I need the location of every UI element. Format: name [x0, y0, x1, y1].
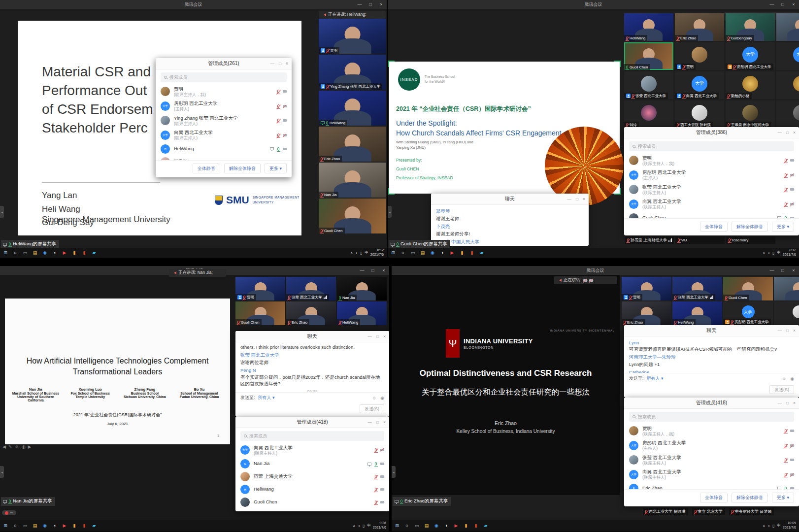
- meeting-app-icon[interactable]: ▰: [482, 522, 490, 530]
- video-tile[interactable]: Guoli Chen: [723, 277, 773, 300]
- maximize-icon[interactable]: □: [777, 0, 788, 9]
- video-tile[interactable]: [774, 277, 799, 300]
- camera-off-icon[interactable]: [380, 449, 384, 451]
- task-view-icon[interactable]: ▭: [21, 249, 29, 257]
- close-icon[interactable]: ×: [788, 266, 799, 275]
- recording-indicator[interactable]: ⋯: [2, 510, 16, 515]
- system-tray[interactable]: ∧ ◖ ▯ 中: [350, 250, 368, 255]
- minimize-icon[interactable]: —: [766, 0, 777, 9]
- video-tile[interactable]: 大学 房彤玥 西北工业大学: [723, 301, 773, 325]
- unmute-all-button[interactable]: 解除全体静音: [732, 493, 768, 502]
- notes-icon[interactable]: ▮: [462, 522, 470, 530]
- volume-icon[interactable]: ◖: [768, 251, 770, 255]
- browser-icon[interactable]: ◉: [433, 522, 440, 530]
- close-icon[interactable]: ×: [793, 328, 796, 333]
- search-icon[interactable]: ○: [403, 522, 411, 530]
- video-tile[interactable]: [776, 100, 799, 128]
- close-icon[interactable]: ×: [793, 130, 796, 135]
- minimize-icon[interactable]: —: [777, 328, 782, 333]
- browser-icon[interactable]: ◉: [41, 522, 49, 530]
- camera-icon[interactable]: [283, 119, 287, 122]
- member-row[interactable]: 大学 向翼 西北工业大学 (联席主持人): [624, 197, 799, 212]
- mic-on-icon[interactable]: [785, 487, 787, 489]
- close-icon[interactable]: ×: [378, 266, 389, 275]
- panel-titlebar[interactable]: 管理成员(418) — □ ×: [235, 417, 389, 428]
- member-row[interactable]: 贾明 (联席主持人，我): [624, 424, 799, 438]
- member-row[interactable]: 大学 房彤玥 西北工业大学 (主持人): [156, 99, 292, 114]
- camera-icon[interactable]: [790, 188, 794, 191]
- volume-icon[interactable]: ◖: [358, 524, 361, 528]
- mic-off-icon[interactable]: [785, 473, 787, 476]
- chat-messages[interactable]: Lynn 可否请贾老师再延展谈谈AI技术在CSR领域可能的一些研究问题和机会? …: [624, 336, 799, 373]
- file-explorer-icon[interactable]: ▤: [423, 522, 431, 530]
- media-player-icon[interactable]: ▶: [448, 249, 456, 257]
- mic-off-icon[interactable]: [785, 159, 787, 162]
- start-icon[interactable]: ⊞: [389, 249, 397, 257]
- display-icon[interactable]: ▯: [360, 251, 362, 255]
- ime-icon[interactable]: 中: [367, 523, 371, 528]
- more-button[interactable]: 更多 ▾: [772, 222, 794, 232]
- more-button[interactable]: 更多 ▾: [772, 493, 794, 502]
- video-tile[interactable]: 大学 向翼 西北工业大学: [675, 71, 724, 99]
- member-row[interactable]: 张莹 西北工业大学 (联席主持人): [624, 182, 799, 197]
- member-row[interactable]: 范蕾 上海交通大学: [235, 470, 389, 483]
- video-tile-label[interactable]: 孙雪里 上海财经大学: [625, 236, 674, 244]
- media-player-icon[interactable]: ▶: [452, 522, 460, 530]
- member-row[interactable]: 贾明 (联席主持人，我): [156, 84, 292, 99]
- member-row[interactable]: 顾世玲: [156, 155, 292, 160]
- camera-icon[interactable]: [790, 217, 794, 218]
- search-icon[interactable]: ○: [11, 249, 19, 257]
- maximize-icon[interactable]: □: [786, 130, 789, 135]
- annotation-toolbar[interactable]: ◀ ✎ ☺ ◎ ▶: [2, 444, 31, 449]
- mic-off-icon[interactable]: [785, 458, 787, 462]
- media-player-icon[interactable]: ▶: [61, 522, 68, 530]
- sidebar-handle[interactable]: ◂: [388, 206, 392, 218]
- system-tray[interactable]: ∧ ◖ ▯ 中: [763, 523, 781, 528]
- tray-expand-icon[interactable]: ∧: [763, 251, 766, 255]
- maximize-icon[interactable]: □: [367, 266, 378, 275]
- minimize-icon[interactable]: —: [777, 400, 782, 405]
- member-row[interactable]: 贾明 (联席主持人，我): [624, 153, 799, 168]
- video-tile-label[interactable]: 西北工业大学-解君琳: [643, 508, 688, 515]
- meeting-app-icon[interactable]: ▰: [478, 249, 486, 257]
- search-input[interactable]: [169, 75, 283, 80]
- unmute-all-button[interactable]: 解除全体静音: [732, 222, 768, 232]
- video-tile-label[interactable]: WJ: [675, 236, 725, 244]
- minimize-icon[interactable]: —: [567, 197, 571, 201]
- mic-off-icon[interactable]: [375, 500, 377, 504]
- mic-off-icon[interactable]: [785, 188, 787, 191]
- ime-icon[interactable]: 中: [777, 523, 781, 528]
- minimize-icon[interactable]: —: [766, 266, 777, 275]
- tray-expand-icon[interactable]: ∧: [763, 524, 766, 528]
- mic-off-icon[interactable]: [785, 202, 787, 206]
- emoji-icon[interactable]: ☺: [372, 396, 376, 400]
- video-tile[interactable]: 张莹 西北工业大学: [672, 277, 722, 300]
- ime-icon[interactable]: 中: [365, 250, 368, 255]
- pencil-icon[interactable]: ✎: [8, 444, 12, 449]
- member-search[interactable]: [629, 141, 794, 151]
- mic-off-icon[interactable]: [785, 429, 787, 432]
- qq-icon[interactable]: ◖: [442, 522, 450, 530]
- browser-icon[interactable]: ◉: [429, 249, 436, 257]
- meeting-app-icon[interactable]: ▰: [90, 249, 98, 257]
- video-tile[interactable]: Guoli Chen: [235, 301, 285, 325]
- mic-off-icon[interactable]: [277, 119, 279, 122]
- chat-messages[interactable]: 郑琴琴 谢谢王老师 卜茂亮 谢谢王老师分享! 王汝曦 中国人民大学 谢谢王老师！: [431, 205, 589, 246]
- system-tray[interactable]: ∧ ◖ ▯ 中: [353, 523, 371, 528]
- file-explorer-icon[interactable]: ▤: [419, 249, 427, 257]
- member-row[interactable]: E Eric Zhao: [624, 482, 799, 489]
- camera-off-icon[interactable]: [790, 174, 794, 176]
- task-view-icon[interactable]: ▭: [413, 522, 421, 530]
- video-tile-label[interactable]: rosemary: [726, 236, 775, 244]
- tray-expand-icon[interactable]: ∧: [350, 251, 353, 255]
- mute-all-button[interactable]: 全体静音: [700, 222, 728, 232]
- video-tile[interactable]: 张莹 西北工业大学: [286, 277, 336, 300]
- video-tile[interactable]: HeliWang: [624, 13, 673, 41]
- video-tile[interactable]: 张莹 西北工业大学: [624, 71, 673, 99]
- powerpoint-icon[interactable]: ▮: [468, 249, 476, 257]
- video-tile[interactable]: [776, 71, 799, 99]
- member-row[interactable]: 大学 向翼 西北工业大学 (联席主持人): [624, 467, 799, 482]
- start-icon[interactable]: ⊞: [393, 522, 401, 530]
- member-row[interactable]: N Nan Jia: [235, 458, 389, 470]
- sidebar-handle[interactable]: ◂: [0, 466, 4, 478]
